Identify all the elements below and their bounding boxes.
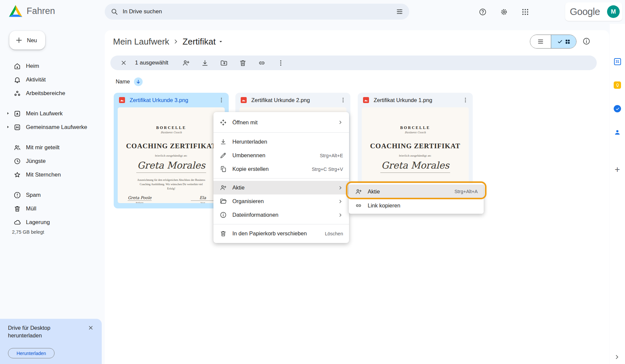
menu-item-label: In den Papierkorb verschieben: [232, 230, 321, 237]
share-submenu: Aktie Strg+Alt+A Link kopieren: [349, 183, 484, 214]
settings-gear-icon[interactable]: [497, 5, 511, 19]
promo-download-button[interactable]: Herunterladen: [8, 348, 55, 358]
workspaces-icon: [13, 90, 21, 97]
google-wordmark: Google: [570, 6, 600, 17]
menu-item-label: Organisieren: [232, 198, 338, 204]
info-icon: [219, 211, 227, 218]
move-to-folder-icon[interactable]: [220, 59, 228, 67]
drive-desktop-promo: Drive für Desktop herunterladen Herunter…: [0, 319, 102, 364]
menu-item-shortcut: Strg+Alt+E: [320, 153, 343, 158]
certificate-presented-to: feierlich ausgehändigt an:: [155, 154, 188, 157]
file-card-header: Zertifikat Urkunde 3.png: [114, 93, 229, 107]
menu-item-rename[interactable]: Umbenennen Strg+Alt+E: [213, 149, 349, 162]
keep-icon[interactable]: [613, 81, 621, 89]
certificate-artwork: BORCELLE Business Coach COACHING ZERTIFI…: [362, 107, 469, 173]
tasks-icon[interactable]: [613, 105, 621, 113]
trash-icon[interactable]: [239, 59, 247, 67]
download-icon[interactable]: [201, 59, 209, 67]
sidebar-item-label: Mein Laufwerk: [26, 110, 63, 117]
sidebar-item-label: Aktivität: [26, 76, 46, 83]
menu-item-file-information[interactable]: Dateiinformationen: [213, 208, 349, 222]
breadcrumb-current[interactable]: Zertifikat: [183, 37, 224, 47]
shared-drives-icon: [13, 124, 21, 131]
drive-triangle-icon: [9, 5, 23, 17]
sidebar-item-activity[interactable]: Aktivität: [3, 73, 100, 86]
search-input[interactable]: In Drive suchen: [105, 4, 409, 20]
submenu-arrow-icon: [338, 199, 343, 204]
menu-item-organize[interactable]: Organisieren: [213, 194, 349, 208]
file-more-options-icon[interactable]: [340, 97, 346, 103]
top-bar: Fahren In Drive suchen: [0, 0, 625, 24]
share-person-add-icon[interactable]: [182, 59, 190, 67]
file-name: Zertifikat Urkunde 2.png: [251, 97, 340, 103]
menu-item-label: Herunterladen: [232, 139, 343, 145]
drive-logo[interactable]: Fahren: [9, 5, 55, 17]
people-icon: [13, 144, 21, 151]
submenu-item-share[interactable]: Aktie Strg+Alt+A: [349, 184, 484, 198]
sidebar-item-label: Arbeitsbereiche: [26, 90, 65, 97]
search-icon[interactable]: [111, 8, 118, 15]
sidebar-item-shared-with-me[interactable]: Mit mir geteilt: [3, 141, 100, 154]
file-more-options-icon[interactable]: [218, 97, 225, 103]
trash-icon: [13, 205, 21, 212]
menu-item-open-with[interactable]: Öffnen mit: [213, 115, 349, 130]
sort-control[interactable]: Name: [116, 77, 143, 86]
help-icon[interactable]: [476, 5, 489, 19]
menu-item-make-copy[interactable]: Kopie erstellen Strg+C Strg+V: [213, 162, 349, 176]
info-icon[interactable]: [582, 37, 590, 45]
clear-selection-icon[interactable]: [120, 60, 127, 66]
menu-item-download[interactable]: Herunterladen: [213, 135, 349, 149]
expand-arrow-icon[interactable]: [6, 111, 10, 115]
certificate-signature-role: Prüferin: [136, 201, 144, 203]
sidebar-item-recent[interactable]: Jüngste: [3, 154, 100, 168]
context-menu: Öffnen mit Herunterladen Umbenennen Strg…: [213, 112, 349, 243]
certificate-brand: BORCELLE: [156, 125, 187, 130]
sidebar-item-label: Spam: [26, 192, 41, 198]
sidebar-item-starred[interactable]: Mit Sternchen: [3, 168, 100, 182]
file-card-zertifikat-urkunde-3[interactable]: Zertifikat Urkunde 3.png BORCELLE Busine…: [114, 93, 229, 208]
sort-direction-icon[interactable]: [134, 77, 143, 86]
sidebar-item-label: Lagerung: [26, 219, 50, 226]
search-placeholder: In Drive suchen: [123, 8, 396, 15]
sidebar-item-trash[interactable]: Müll: [3, 202, 100, 215]
list-view-button[interactable]: [530, 35, 551, 48]
copy-link-icon[interactable]: [258, 59, 266, 67]
sidebar-item-home[interactable]: Heim: [3, 59, 100, 73]
chevron-right-icon: [173, 38, 179, 45]
sidebar-item-my-drive[interactable]: Mein Laufwerk: [3, 107, 100, 120]
person-add-icon: [355, 188, 362, 195]
sidebar-item-workspaces[interactable]: Arbeitsbereiche: [3, 86, 100, 100]
grid-view-button-active[interactable]: [551, 35, 576, 48]
add-panel-icon[interactable]: +: [613, 166, 621, 174]
calendar-icon[interactable]: 31: [613, 58, 621, 65]
close-icon[interactable]: [86, 323, 96, 333]
file-more-options-icon[interactable]: [462, 97, 469, 103]
certificate-body: Auszeichnung für den erfolgreichen Absch…: [136, 178, 206, 191]
menu-item-move-to-trash[interactable]: In den Papierkorb verschieben Löschen: [213, 227, 349, 240]
sidebar-item-storage[interactable]: Lagerung: [3, 215, 100, 229]
link-icon: [355, 202, 362, 209]
contacts-icon[interactable]: [613, 128, 621, 136]
certificate-signature: Greta Poole: [128, 195, 151, 200]
menu-item-share[interactable]: Aktie: [213, 181, 349, 194]
file-card-header: Zertifikat Urkunde 1.png: [358, 93, 473, 107]
storage-used-text: 2,75 GB belegt: [12, 229, 44, 235]
account-chip[interactable]: Google M: [565, 2, 622, 21]
collapse-panel-chevron-icon[interactable]: [614, 354, 620, 360]
new-button[interactable]: Neu: [9, 31, 45, 50]
new-button-label: Neu: [27, 37, 37, 44]
more-options-icon[interactable]: [277, 59, 285, 67]
sidebar-item-shared-drives[interactable]: Gemeinsame Laufwerke: [3, 120, 100, 134]
sidebar-item-label: Heim: [26, 63, 39, 69]
submenu-arrow-icon: [338, 185, 343, 190]
sidebar-item-spam[interactable]: Spam: [3, 188, 100, 202]
apps-grid-icon[interactable]: [519, 5, 532, 19]
avatar[interactable]: M: [607, 5, 620, 18]
selection-toolbar: 1 ausgewählt: [110, 56, 597, 70]
expand-arrow-icon[interactable]: [6, 125, 10, 129]
cloud-icon: [13, 219, 21, 226]
submenu-item-copy-link[interactable]: Link kopieren: [349, 198, 484, 212]
certificate-artwork: BORCELLE Business Coach COACHING ZERTIFI…: [118, 107, 225, 203]
search-filter-icon[interactable]: [396, 8, 403, 15]
breadcrumb-parent[interactable]: Mein Laufwerk: [113, 37, 169, 47]
